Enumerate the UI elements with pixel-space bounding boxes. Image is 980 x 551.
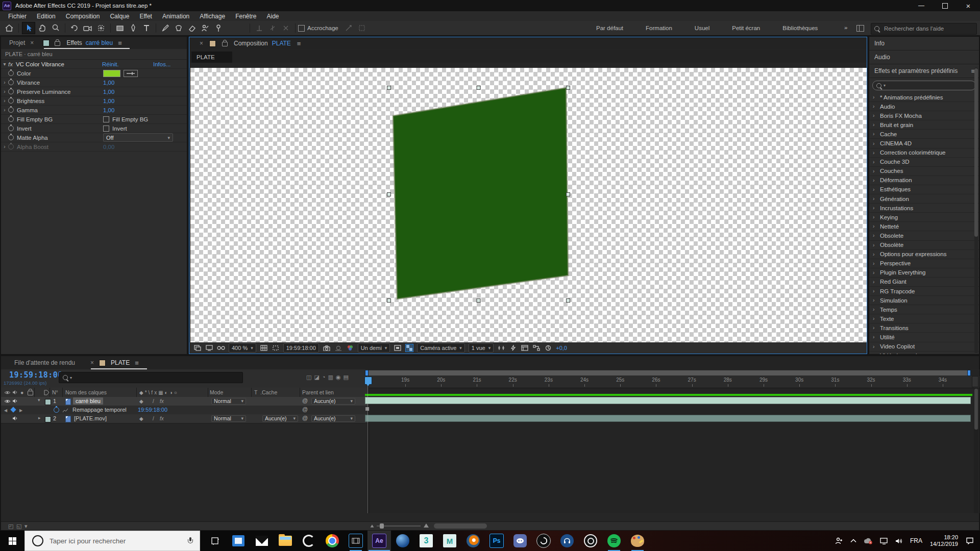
eraser-tool[interactable] <box>186 22 198 34</box>
preset-search-input[interactable]: ▾ <box>872 81 976 90</box>
channels-icon[interactable] <box>346 344 354 352</box>
preset-category[interactable]: › CINEMA 4D <box>869 139 979 148</box>
stopwatch-icon[interactable] <box>8 126 14 131</box>
param-row-gamma[interactable]: › Gamma 1,00 <box>1 106 187 115</box>
time-ruler[interactable]: 19s20s21s22s23s24s25s26s27s28s29s30s31s3… <box>369 376 979 388</box>
next-keyframe-icon[interactable]: ▶ <box>19 408 22 413</box>
minimize-button[interactable]: — <box>910 0 933 11</box>
work-area-start-handle[interactable] <box>365 370 369 376</box>
effect-name[interactable]: VC Color Vibrance <box>16 61 64 67</box>
sync-error-icon[interactable] <box>864 538 873 544</box>
workspace-overflow-button[interactable]: » <box>844 24 847 31</box>
comp-flowchart-icon[interactable] <box>532 344 541 352</box>
zoom-out-mountain-icon[interactable] <box>371 524 374 528</box>
twirl-right-icon[interactable]: › <box>1 80 8 85</box>
roto-brush-tool[interactable] <box>199 22 211 34</box>
preset-category[interactable]: › Correction colorimétrique <box>869 148 979 158</box>
preset-category[interactable]: › Perspective <box>869 259 979 268</box>
lock-icon[interactable] <box>55 41 60 46</box>
param-value[interactable]: 1,00 <box>103 107 114 113</box>
preset-category[interactable]: › Déformation <box>869 176 979 185</box>
people-icon[interactable] <box>835 537 843 544</box>
preset-category[interactable]: › Obsolète <box>869 241 979 250</box>
anchor-switch-icon[interactable]: ◆ <box>139 397 143 406</box>
twirl-right-icon[interactable]: › <box>1 89 8 94</box>
expand-layer-switches-icon[interactable]: ◰ <box>8 523 13 530</box>
workspace-tab[interactable]: Par défaut <box>596 25 623 31</box>
photoshop-icon[interactable]: Ps <box>485 531 508 551</box>
column-number[interactable]: N° <box>52 388 58 397</box>
param-row-matte-alpha[interactable]: Matte Alpha Off ▾ <box>1 133 187 142</box>
logitech-g-icon[interactable] <box>297 531 321 551</box>
param-row-brightness[interactable]: › Brightness 1,00 <box>1 96 187 106</box>
selection-tool[interactable] <box>22 22 35 34</box>
home-tool[interactable] <box>3 22 15 34</box>
layer-label-swatch[interactable] <box>45 399 51 405</box>
taskbar-search-input[interactable]: Taper ici pour rechercher <box>24 531 200 551</box>
snap-features-icon[interactable] <box>356 22 368 34</box>
preset-category[interactable]: › Temps <box>869 305 979 314</box>
maximize-button[interactable] <box>933 0 957 11</box>
layer2-duration-bar[interactable] <box>365 415 971 422</box>
quality-switch-icon[interactable]: / <box>153 397 154 406</box>
anchor-switch-icon[interactable]: ◆ <box>139 414 143 423</box>
time-remap-row[interactable]: ◀ ▶ Remappage temporel 19:59:18:00 @ <box>1 406 369 415</box>
panel-menu-icon[interactable]: ≡ <box>118 39 122 47</box>
checkbox[interactable] <box>103 116 109 122</box>
work-area-end-handle[interactable] <box>967 370 971 376</box>
brush-tool[interactable] <box>159 22 172 34</box>
preview-timecode[interactable]: 19:59:18:00 <box>283 343 319 353</box>
parent-dropdown[interactable]: Aucun(e)▾ <box>311 415 355 422</box>
reset-link[interactable]: Réinit. <box>102 61 119 67</box>
menu-item[interactable]: Calque <box>105 13 134 20</box>
scrollbar-thumb[interactable] <box>974 68 978 237</box>
layer1-duration-bar[interactable] <box>365 397 971 404</box>
resolution-dropdown[interactable]: Un demi▾ <box>358 343 390 353</box>
tab-composition-name[interactable]: PLATE <box>272 40 291 47</box>
stopwatch-icon[interactable] <box>8 70 14 76</box>
tab-render-queue[interactable]: File d'attente de rendu <box>14 359 75 366</box>
current-timecode[interactable]: 19:59:18:00 <box>9 370 63 380</box>
pickwhip-icon[interactable]: @ <box>302 406 308 412</box>
world-axis-mode-icon[interactable] <box>266 22 279 34</box>
mail-app-icon[interactable] <box>250 531 274 551</box>
chrome-icon[interactable] <box>321 531 344 551</box>
preset-category[interactable]: › Couche 3D <box>869 158 979 167</box>
color-slider-icon[interactable] <box>124 70 138 77</box>
checkbox[interactable] <box>103 126 109 132</box>
start-button[interactable] <box>0 531 24 551</box>
stopwatch-icon[interactable] <box>8 98 14 104</box>
volume-icon[interactable] <box>895 538 903 544</box>
notification-center-icon[interactable] <box>966 537 974 544</box>
paint-app-icon[interactable] <box>626 531 649 551</box>
tab-timeline-plate[interactable]: PLATE <box>111 359 130 366</box>
menu-item[interactable]: Fichier <box>3 13 32 20</box>
panel-menu-icon[interactable]: ≡ <box>135 359 139 367</box>
blend-mode-dropdown[interactable]: Normal▾ <box>211 415 246 422</box>
preset-category[interactable]: › Simulation <box>869 296 979 305</box>
lock-icon[interactable] <box>222 42 228 46</box>
preset-category[interactable]: › Video Copilot <box>869 342 979 352</box>
snap-option-icon[interactable] <box>342 22 355 34</box>
column-trkmat[interactable]: T <box>254 388 257 397</box>
tab-composition[interactable]: Composition <box>234 40 268 47</box>
close-button[interactable]: × <box>957 0 980 11</box>
audio-speaker-icon[interactable] <box>12 416 18 422</box>
presentation-app-icon[interactable] <box>227 531 250 551</box>
workspace-tab[interactable]: Usuel <box>695 25 709 31</box>
column-parent[interactable]: Parent et lien <box>302 388 334 397</box>
language-indicator[interactable]: FRA <box>910 537 922 544</box>
microphone-icon[interactable] <box>188 537 192 544</box>
stopwatch-icon[interactable] <box>8 89 14 94</box>
menu-item[interactable]: Affichage <box>194 13 230 20</box>
quality-switch-icon[interactable]: / <box>153 414 154 423</box>
menu-item[interactable]: Edition <box>32 13 61 20</box>
preset-category[interactable]: › Audio <box>869 102 979 111</box>
scrollbar-thumb[interactable] <box>974 389 978 430</box>
motion-blur-icon[interactable]: ◉ <box>336 374 341 381</box>
video-app-icon[interactable] <box>344 531 368 551</box>
hidden-icons-chevron[interactable] <box>850 539 856 543</box>
snapping-checkbox[interactable] <box>298 25 305 32</box>
grid-guides-icon[interactable] <box>260 344 268 352</box>
help-search-input[interactable]: Rechercher dans l'aide <box>871 23 977 35</box>
